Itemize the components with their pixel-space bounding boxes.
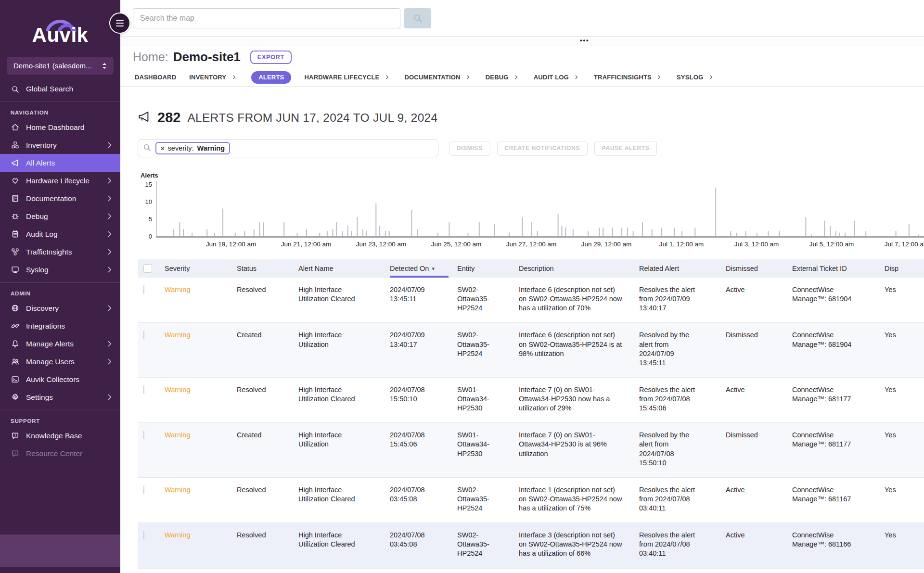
tabs-bar: DASHBOARDINVENTORYALERTSHARDWARE LIFECYC…	[120, 68, 924, 87]
terminal-icon	[11, 375, 19, 384]
chip-remove-icon[interactable]: ×	[161, 145, 165, 152]
hamburger-menu-icon[interactable]	[109, 13, 130, 34]
cell-dismissed: Active	[726, 385, 792, 395]
panel-splitter[interactable]: •••	[120, 37, 924, 46]
cell-external-ticket-id: ConnectWise Manage™: 681166	[792, 531, 875, 549]
tab-label: DASHBOARD	[135, 74, 176, 81]
cell-alert-name: High Interface Utilization	[298, 431, 371, 449]
main-area: ••• Home: Demo-site1 EXPORT DASHBOARDINV…	[120, 0, 924, 573]
sidebar-item-audit-log[interactable]: Audit Log	[0, 225, 120, 243]
tab-inventory[interactable]: INVENTORY	[189, 73, 238, 82]
sidebar-item-manage-users[interactable]: Manage Users	[0, 353, 120, 370]
alerts-filter-input[interactable]: × severity: Warning	[138, 139, 438, 157]
auvik-logo-text: Auvik	[31, 25, 89, 45]
chevron-right-icon	[230, 73, 238, 82]
table-row[interactable]: WarningResolvedHigh Interface Utilizatio…	[138, 378, 924, 423]
chevron-right-icon	[105, 266, 114, 274]
map-search-input[interactable]	[133, 8, 400, 28]
sidebar-item-settings[interactable]: Settings	[0, 388, 120, 406]
tab-audit-log[interactable]: AUDIT LOG	[534, 73, 581, 82]
row-checkbox[interactable]	[143, 531, 144, 539]
cell-alert-name: High Interface Utilization Cleared	[298, 485, 371, 504]
column-header-detected-on[interactable]: Detected On▾	[390, 259, 457, 278]
column-header-label: Related Alert	[639, 265, 679, 272]
row-checkbox[interactable]	[143, 331, 144, 339]
cell-description: Interface 1 (description not set) on SW0…	[519, 485, 629, 513]
x-tick-label: Jun 23, 12:00 am	[356, 241, 406, 248]
filter-actions: DISMISSCREATE NOTIFICATIONSPAUSE ALERTS	[446, 141, 657, 156]
filter-chip-severity-warning[interactable]: × severity: Warning	[155, 142, 230, 154]
table-row[interactable]: WarningResolvedHigh Interface Utilizatio…	[138, 478, 924, 523]
select-all-checkbox[interactable]	[143, 264, 152, 273]
table-row[interactable]: WarningResolvedHigh Interface Utilizatio…	[138, 523, 924, 568]
sort-indicator	[390, 276, 449, 278]
tab-debug[interactable]: DEBUG	[486, 73, 521, 82]
cell-disp: Yes	[885, 531, 921, 540]
cell-severity: Warning	[165, 431, 237, 440]
column-header-severity[interactable]: Severity	[165, 259, 237, 278]
sidebar-item-hardware-lifecycle[interactable]: Hardware Lifecycle	[0, 172, 120, 190]
sidebar-item-debug[interactable]: Debug	[0, 207, 120, 225]
map-search-button[interactable]	[404, 8, 431, 28]
alerts-timeline-chart: Alerts 051015 Jun 19, 12:00 amJun 21, 12…	[138, 172, 924, 251]
sidebar-item-discovery[interactable]: Discovery	[0, 299, 120, 317]
row-checkbox[interactable]	[143, 385, 144, 394]
site-selector[interactable]: Demo-site1 (salesdem...	[7, 57, 114, 75]
splitter-handle-icon[interactable]: •••	[580, 37, 590, 44]
row-checkbox[interactable]	[143, 285, 144, 294]
cell-related-alert: Resolves the alert from 2024/07/08 03:40…	[639, 485, 707, 513]
cell-dismissed: Dismissed	[726, 431, 792, 440]
tab-alerts[interactable]: ALERTS	[251, 71, 291, 84]
column-header-description[interactable]: Description	[519, 259, 639, 278]
column-header-status[interactable]: Status	[237, 259, 298, 278]
sidebar-item-label: Resource Center	[26, 449, 82, 458]
search-icon	[413, 13, 423, 23]
sidebar-item-manage-alerts[interactable]: Manage Alerts	[0, 335, 120, 353]
tab-trafficinsights[interactable]: TRAFFICINSIGHTS	[594, 73, 664, 82]
table-row[interactable]: WarningResolvedHigh Interface Utilizatio…	[138, 278, 924, 323]
column-header-external-ticket-id[interactable]: External Ticket ID	[792, 259, 885, 278]
sidebar-item-label: Integrations	[26, 322, 65, 331]
dismiss-button[interactable]: DISMISS	[449, 141, 490, 156]
tab-dashboard[interactable]: DASHBOARD	[135, 74, 176, 81]
cell-dismissed: Dismissed	[726, 331, 792, 340]
y-tick-label: 15	[145, 181, 152, 188]
search-icon	[11, 85, 19, 93]
chevron-right-icon	[105, 357, 114, 366]
tab-hardware-lifecycle[interactable]: HARDWARE LIFECYCLE	[304, 73, 391, 82]
cell-related-alert: Resolves the alert from 2024/07/08 03:40…	[639, 531, 707, 558]
sidebar-item-resource-center[interactable]: Resource Center	[0, 445, 120, 462]
alerts-table: SeverityStatusAlert NameDetected On▾Enti…	[138, 259, 924, 569]
column-header-dismissed[interactable]: Dismissed	[726, 259, 792, 278]
chart-plot-area	[156, 181, 924, 236]
column-header-related-alert[interactable]: Related Alert	[639, 259, 726, 278]
tab-syslog[interactable]: SYSLOG	[677, 73, 715, 82]
global-search-label: Global Search	[26, 85, 73, 93]
sidebar-item-home-dashboard[interactable]: Home Dashboard	[0, 118, 120, 136]
sidebar-item-trafficinsights[interactable]: TrafficInsights	[0, 243, 120, 261]
sidebar-item-syslog[interactable]: Syslog	[0, 261, 120, 279]
sidebar-item-inventory[interactable]: Inventory	[0, 136, 120, 154]
column-header-disp[interactable]: Disp	[885, 259, 921, 278]
table-row[interactable]: WarningCreatedHigh Interface Utilization…	[138, 423, 924, 478]
export-button[interactable]: EXPORT	[250, 51, 292, 64]
cell-severity: Warning	[165, 385, 237, 395]
sidebar-item-integrations[interactable]: Integrations	[0, 317, 120, 335]
row-checkbox[interactable]	[143, 431, 144, 439]
global-search[interactable]: Global Search	[0, 76, 120, 102]
create-notifications-button[interactable]: CREATE NOTIFICATIONS	[497, 141, 588, 156]
column-header-entity[interactable]: Entity	[457, 259, 519, 278]
sidebar-item-documentation[interactable]: Documentation	[0, 190, 120, 207]
sidebar-item-knowledge-base[interactable]: Knowledge Base	[0, 427, 120, 445]
sidebar-item-all-alerts[interactable]: All Alerts	[0, 154, 120, 172]
column-header-alert-name[interactable]: Alert Name	[298, 259, 390, 278]
table-row[interactable]: WarningCreatedHigh Interface Utilization…	[138, 323, 924, 378]
tab-documentation[interactable]: DOCUMENTATION	[404, 73, 472, 82]
pause-alerts-button[interactable]: PAUSE ALERTS	[594, 141, 657, 156]
sidebar-item-auvik-collectors[interactable]: Auvik Collectors	[0, 370, 120, 388]
select-all-checkbox-cell[interactable]	[138, 259, 165, 278]
chart-x-axis: Jun 19, 12:00 amJun 21, 12:00 amJun 23, …	[156, 236, 924, 251]
row-checkbox[interactable]	[143, 485, 144, 494]
alerts-count: 282	[157, 110, 180, 126]
cell-detected-on: 2024/07/08 03:45:08	[390, 485, 434, 504]
